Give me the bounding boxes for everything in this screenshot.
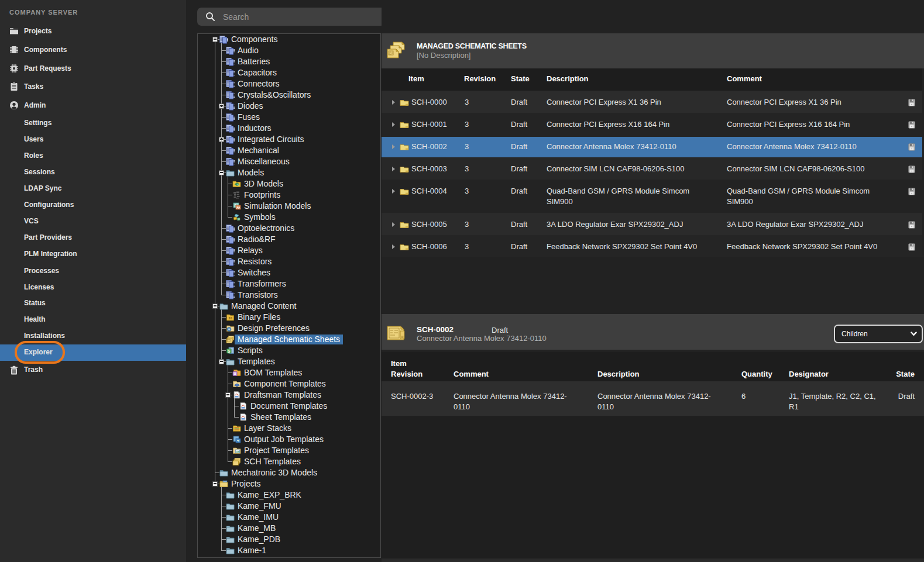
svg-text:B: B — [233, 372, 236, 375]
svg-text:10: 10 — [228, 316, 232, 320]
svg-text:S: S — [228, 349, 231, 353]
